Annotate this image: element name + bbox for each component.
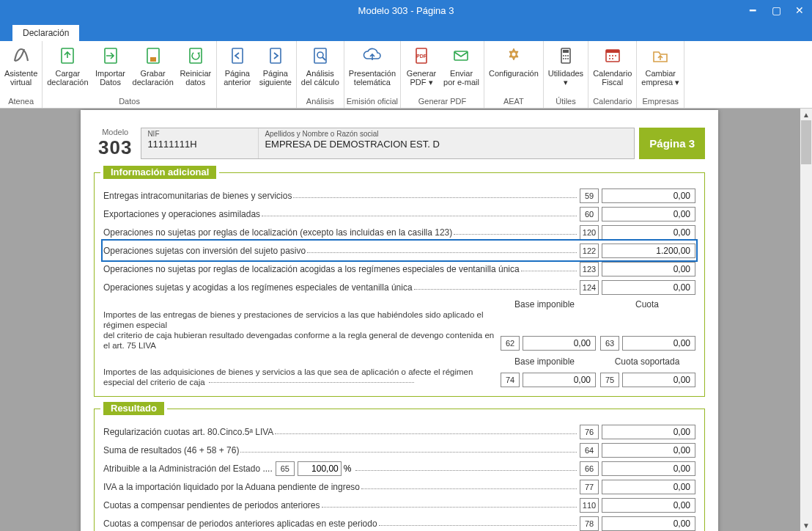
- ribbon-group-aeat: Configuración AEAT: [484, 41, 544, 108]
- ribbon-group-label: AEAT: [486, 96, 542, 108]
- mail-send-icon: [449, 44, 473, 67]
- window-controls: ━ ▢ ✕: [743, 3, 809, 18]
- svg-rect-15: [563, 50, 569, 53]
- svg-text:PDF: PDF: [416, 54, 427, 59]
- grabar-declaracion-button[interactable]: Grabardeclaración: [130, 43, 177, 88]
- calendar-icon: [601, 44, 624, 67]
- ribbon-group-label: Emisión oficial: [346, 96, 399, 108]
- svg-rect-6: [232, 48, 243, 63]
- svg-point-5: [192, 52, 199, 59]
- ribbon-group-label: Útiles: [545, 96, 586, 108]
- calendario-fiscal-button[interactable]: CalendarioFiscal: [590, 43, 635, 88]
- svg-point-18: [567, 55, 569, 56]
- analysis-icon: [309, 44, 332, 67]
- svg-point-9: [317, 52, 323, 58]
- document-load-icon: [56, 44, 79, 67]
- folder-up-icon: [649, 44, 672, 67]
- window-title: Modelo 303 - Página 3: [0, 5, 812, 16]
- svg-point-13: [512, 53, 515, 56]
- ribbon-group-atenea: Asistentevirtual Atenea: [0, 41, 43, 108]
- gear-icon: [502, 44, 525, 67]
- cloud-upload-icon: [361, 44, 384, 67]
- ribbon-group-label: Generar PDF: [402, 96, 482, 108]
- presentacion-telematica-button[interactable]: Presentacióntelemática: [346, 43, 399, 88]
- asistente-virtual-button[interactable]: Asistentevirtual: [1, 43, 40, 88]
- importar-datos-button[interactable]: ImportarDatos: [92, 43, 130, 88]
- svg-point-19: [563, 58, 564, 59]
- minimize-button[interactable]: ━: [743, 3, 762, 18]
- calculator-icon: [554, 44, 577, 67]
- svg-point-20: [565, 58, 566, 59]
- svg-rect-8: [314, 48, 326, 63]
- ribbon-group-label: Empresas: [638, 96, 682, 108]
- ribbon-group-datos: Cargardeclaración ImportarDatos Grabarde…: [43, 41, 217, 108]
- ribbon-group-analisis: Análisisdel cálculo Análisis: [297, 41, 344, 108]
- svg-rect-7: [270, 48, 281, 63]
- ribbon-group-label: [218, 105, 295, 108]
- ribbon-group-label: Atenea: [1, 96, 40, 108]
- ribbon-group-utiles: Utilidades▾ Útiles: [544, 41, 588, 108]
- svg-point-17: [565, 55, 566, 56]
- tab-strip: Declaración: [0, 21, 812, 41]
- ribbon-group-generar-pdf: PDF GenerarPDF ▾ Enviarpor e-mail Genera…: [401, 41, 484, 108]
- cambiar-empresa-button[interactable]: Cambiarempresa ▾: [638, 43, 682, 88]
- alpha-icon: [10, 44, 33, 67]
- svg-rect-12: [454, 51, 468, 60]
- svg-point-16: [563, 55, 564, 56]
- pagina-anterior-button[interactable]: Páginaanterior: [218, 43, 256, 88]
- configuracion-button[interactable]: Configuración: [486, 43, 542, 79]
- page-next-icon: [264, 44, 287, 67]
- page-prev-icon: [226, 44, 249, 67]
- generar-pdf-button[interactable]: PDF GenerarPDF ▾: [402, 43, 440, 88]
- close-button[interactable]: ✕: [790, 3, 809, 18]
- svg-rect-3: [150, 57, 156, 62]
- maximize-button[interactable]: ▢: [767, 3, 786, 18]
- ribbon-group-empresas: Cambiarempresa ▾ Empresas: [637, 41, 684, 108]
- document-reset-icon: [184, 44, 207, 67]
- pdf-icon: PDF: [410, 44, 433, 67]
- title-bar: Modelo 303 - Página 3 ━ ▢ ✕: [0, 0, 812, 21]
- ribbon-group-nav: Páginaanterior Páginasiguiente: [217, 41, 297, 108]
- document-save-icon: [141, 44, 165, 67]
- ribbon-group-label: Datos: [44, 96, 215, 108]
- ribbon-group-label: Calendario: [590, 96, 635, 108]
- document-import-icon: [99, 44, 122, 67]
- tab-declaracion[interactable]: Declaración: [12, 24, 80, 41]
- pagina-siguiente-button[interactable]: Páginasiguiente: [256, 43, 295, 88]
- svg-point-21: [567, 58, 569, 59]
- svg-rect-23: [606, 50, 619, 53]
- analisis-calculo-button[interactable]: Análisisdel cálculo: [298, 43, 342, 88]
- ribbon-group-emision: Presentacióntelemática Emisión oficial: [344, 41, 401, 108]
- reiniciar-datos-button[interactable]: Reiniciardatos: [177, 43, 215, 88]
- ribbon: Asistentevirtual Atenea Cargardeclaració…: [0, 41, 812, 109]
- enviar-email-button[interactable]: Enviarpor e-mail: [440, 43, 482, 88]
- ribbon-group-calendario: CalendarioFiscal Calendario: [588, 41, 637, 108]
- cargar-declaracion-button[interactable]: Cargardeclaración: [44, 43, 91, 88]
- ribbon-group-label: Análisis: [298, 96, 342, 108]
- utilidades-button[interactable]: Utilidades▾: [545, 43, 586, 88]
